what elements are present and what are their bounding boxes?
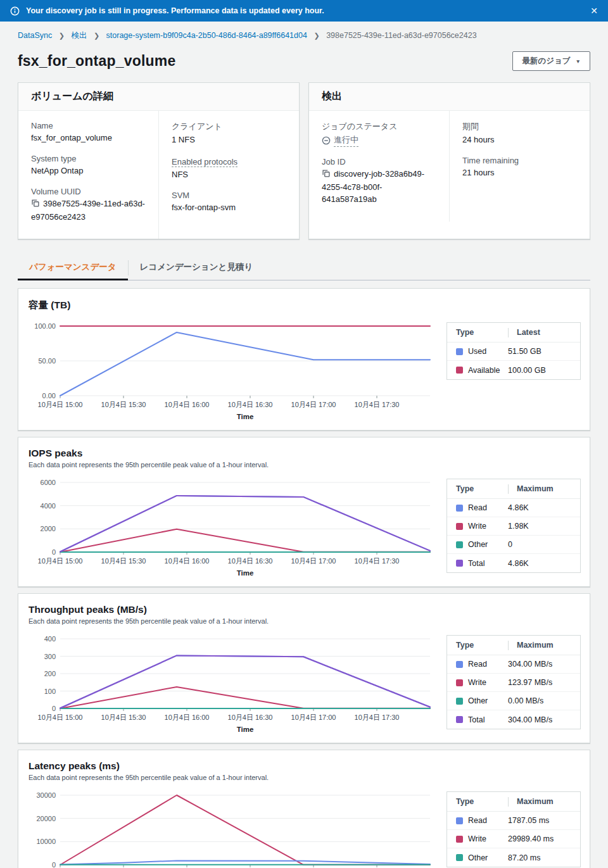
legend-row-other: Other87.20 ms [447,848,580,867]
legend-row-other: Other0.00 MB/s [447,692,580,710]
svg-text:10月4日 17:30: 10月4日 17:30 [355,401,400,408]
discovery-title: 検出 [309,83,590,111]
throughput-legend-table: TypeMaximumRead304.00 MB/sWrite123.97 MB… [446,635,581,729]
write-series-swatch [456,836,463,843]
in-progress-icon [322,136,331,145]
write-series-line [60,687,430,708]
x-axis-label: Time [237,726,254,733]
chart-subtitle: Each data point represents the 95th perc… [28,617,580,625]
legend-row-total: Total304.00 MB/s [447,710,580,729]
svm-value: fsx-for-ontap-svm [172,202,286,214]
legend-header: TypeMaximum [447,479,580,499]
svg-text:10月4日 15:00: 10月4日 15:00 [38,714,83,721]
field-label: クライアント [172,121,286,132]
breadcrumb-separator: ❯ [89,32,104,39]
svg-text:10月4日 17:00: 10月4日 17:00 [291,401,336,408]
tab-recommendations[interactable]: レコメンデーションと見積り [129,256,265,280]
write-series-swatch [456,679,463,686]
used-series-swatch [456,348,463,355]
chart-title: 容量 (TB) [28,299,580,312]
breadcrumb-separator: ❯ [54,32,69,39]
total-series-line [60,656,430,708]
svg-text:100.00: 100.00 [34,322,56,330]
legend-header: TypeLatest [447,323,580,343]
field-label: Time remaining [462,156,577,165]
svg-text:10月4日 17:30: 10月4日 17:30 [355,557,400,565]
svg-text:200: 200 [44,670,56,677]
svg-text:10月4日 15:30: 10月4日 15:30 [101,557,146,565]
write-series-line [60,529,430,552]
volume-name-value: fsx_for_ontap_volume [31,132,146,144]
tab-bar: パフォーマンスデータ レコメンデーションと見積り [18,256,590,280]
legend-header: TypeMaximum [447,792,580,812]
legend-row-total: Total4.86K [447,554,580,572]
svg-text:0: 0 [52,705,56,712]
breadcrumb-link-discovery[interactable]: 検出 [71,31,87,40]
info-flashbar: Your discovery job is still in progress.… [0,0,608,22]
copy-icon[interactable] [31,200,40,210]
breadcrumb-link-datasync[interactable]: DataSync [18,31,52,40]
breadcrumb-link-storage-system[interactable]: storage-system-b9f09c4a-2b50-486d-8464-a… [106,31,307,40]
iops-line-chart[interactable]: 020004000600010月4日 15:0010月4日 15:3010月4日… [28,474,434,580]
copy-icon[interactable] [322,170,331,180]
capacity-chart-card: 容量 (TB) 0.0050.00100.0010月4日 15:0010月4日 … [18,288,590,431]
svg-text:10月4日 15:30: 10月4日 15:30 [101,401,146,408]
field-label: Volume UUID [31,187,146,196]
svg-text:10月4日 16:00: 10月4日 16:00 [165,557,210,565]
legend-column-divider [508,641,509,650]
discovery-card: 検出 ジョブのステータス 進行中 Job ID discovery-job-32… [308,82,590,239]
iops-chart-card: IOPS peaks Each data point represents th… [18,437,590,587]
read-series-swatch [456,817,463,824]
svg-text:10月4日 15:00: 10月4日 15:00 [38,557,83,565]
chart-subtitle: Each data point represents the 95th perc… [28,774,580,781]
svg-text:0.00: 0.00 [42,392,56,399]
svg-text:4000: 4000 [41,502,56,510]
flashbar-message: Your discovery job is still in progress.… [26,6,324,15]
svg-text:10月4日 15:00: 10月4日 15:00 [38,401,83,408]
page-title: fsx_for_ontap_volume [18,53,175,70]
job-status-badge[interactable]: 進行中 [322,134,358,147]
write-series-swatch [456,523,463,530]
latency-chart-card: Latency peaks (ms) Each data point repre… [18,750,590,868]
volume-uuid-value: 398e7525-439e-11ed-a63d-e97056ce2423 [31,199,145,222]
svg-text:20000: 20000 [36,815,56,822]
capacity-line-chart[interactable]: 0.0050.00100.0010月4日 15:0010月4日 15:3010月… [28,317,434,424]
enabled-protocols-info-trigger[interactable]: Enabled protocols [172,157,238,167]
latency-line-chart[interactable]: 010000200003000010月4日 15:0010月4日 15:3010… [28,786,434,868]
legend-row-available: Available100.00 GB [447,361,580,379]
duration-value: 24 hours [462,134,577,146]
svg-text:100: 100 [44,688,56,695]
svg-text:10月4日 17:00: 10月4日 17:00 [291,714,336,721]
clients-value: 1 NFS [172,134,286,146]
svg-text:10月4日 16:30: 10月4日 16:30 [228,714,273,721]
read-series-line [60,496,430,552]
throughput-chart-card: Throughput peaks (MB/s) Each data point … [18,593,590,743]
svg-text:10月4日 17:30: 10月4日 17:30 [355,714,400,721]
read-series-swatch [456,505,463,512]
volume-details-card: ボリュームの詳細 Name fsx_for_ontap_volume Syste… [18,82,300,239]
svg-text:2000: 2000 [41,525,56,533]
chart-title: IOPS peaks [28,448,580,459]
svg-text:300: 300 [44,653,56,660]
close-icon[interactable]: ✕ [590,6,598,15]
tab-performance-data[interactable]: パフォーマンスデータ [18,256,128,280]
legend-row-write: Write29989.40 ms [447,830,580,848]
job-status-label: 進行中 [334,134,358,147]
volume-details-title: ボリュームの詳細 [18,83,299,111]
job-id-value: discovery-job-328a6b49-4255-4c78-b00f-64… [322,169,424,204]
legend-row-other: Other0 [447,536,580,554]
throughput-line-chart[interactable]: 010020030040010月4日 15:0010月4日 15:3010月4日… [28,630,434,736]
total-series-swatch [456,716,463,723]
field-label: 期間 [462,121,577,132]
other-series-swatch [456,854,463,861]
latest-job-dropdown[interactable]: 最新のジョブ ▼ [512,51,590,71]
write-series-line [60,795,430,865]
field-label: Name [31,121,146,130]
field-label: System type [31,154,146,163]
info-icon [10,6,20,16]
legend-row-write: Write123.97 MB/s [447,674,580,692]
legend-header: TypeMaximum [447,636,580,655]
legend-column-divider [508,797,509,807]
system-type-value: NetApp Ontap [31,165,146,177]
latency-legend-table: TypeMaximumRead1787.05 msWrite29989.40 m… [446,791,581,867]
